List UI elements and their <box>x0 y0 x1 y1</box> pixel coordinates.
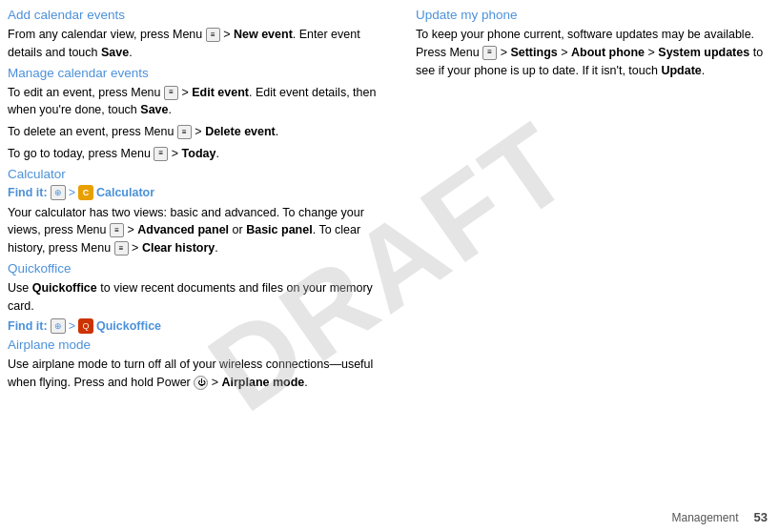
left-column: Add calendar events From any calendar vi… <box>0 0 400 532</box>
quickoffice-intro: Use Quickoffice to view recent documents… <box>8 279 385 316</box>
section-title-update-phone: Update my phone <box>416 8 771 22</box>
manage-calendar-text-1: To edit an event, press Menu ≡ > Edit ev… <box>8 84 385 120</box>
page-container: Add calendar events From any calendar vi… <box>0 0 779 532</box>
update-phone-text: To keep your phone current, software upd… <box>416 26 771 79</box>
quickoffice-app-icon: Q <box>78 318 93 334</box>
menu-icon-2: ≡ <box>164 86 178 100</box>
add-calendar-text: From any calendar view, press Menu ≡ > N… <box>8 26 385 62</box>
menu-icon-5: ≡ <box>110 223 124 237</box>
section-update-phone: Update my phone To keep your phone curre… <box>416 8 771 79</box>
right-column: Update my phone To keep your phone curre… <box>400 0 779 532</box>
footer-page-number: 53 <box>754 510 768 524</box>
find-it-camera-icon: ⊕ <box>51 185 66 200</box>
menu-icon-1: ≡ <box>206 28 220 42</box>
airplane-mode-text: Use airplane mode to turn off all of you… <box>8 356 385 392</box>
calculator-app-icon: C <box>78 185 93 200</box>
find-it-quickoffice: Find it: ⊕ > Q Quickoffice <box>8 318 385 334</box>
menu-icon-3: ≡ <box>177 125 192 139</box>
section-quickoffice: Quickoffice Use Quickoffice to view rece… <box>8 261 385 335</box>
calculator-text: Your calculator has two views: basic and… <box>8 204 385 257</box>
manage-calendar-text-2: To delete an event, press Menu ≡ > Delet… <box>8 123 385 141</box>
find-it-calculator: Find it: ⊕ > C Calculator <box>8 185 385 200</box>
section-title-add-calendar: Add calendar events <box>8 8 385 22</box>
menu-icon-7: ≡ <box>482 46 497 60</box>
section-add-calendar: Add calendar events From any calendar vi… <box>8 8 385 62</box>
section-airplane-mode: Airplane mode Use airplane mode to turn … <box>8 338 385 392</box>
section-title-airplane-mode: Airplane mode <box>8 338 385 352</box>
section-title-manage-calendar: Manage calendar events <box>8 66 385 80</box>
section-manage-calendar: Manage calendar events To edit an event,… <box>8 66 385 163</box>
manage-calendar-text-3: To go to today, press Menu ≡ > Today. <box>8 145 385 163</box>
section-title-calculator: Calculator <box>8 167 385 181</box>
power-icon: ⏻ <box>194 376 208 390</box>
page-footer: Management 53 <box>671 510 768 524</box>
section-title-quickoffice: Quickoffice <box>8 261 385 276</box>
menu-icon-6: ≡ <box>114 241 129 256</box>
find-it-camera-icon-2: ⊕ <box>51 318 66 334</box>
footer-label: Management <box>671 511 738 524</box>
section-calculator: Calculator Find it: ⊕ > C Calculator You… <box>8 167 385 257</box>
menu-icon-4: ≡ <box>154 147 168 161</box>
